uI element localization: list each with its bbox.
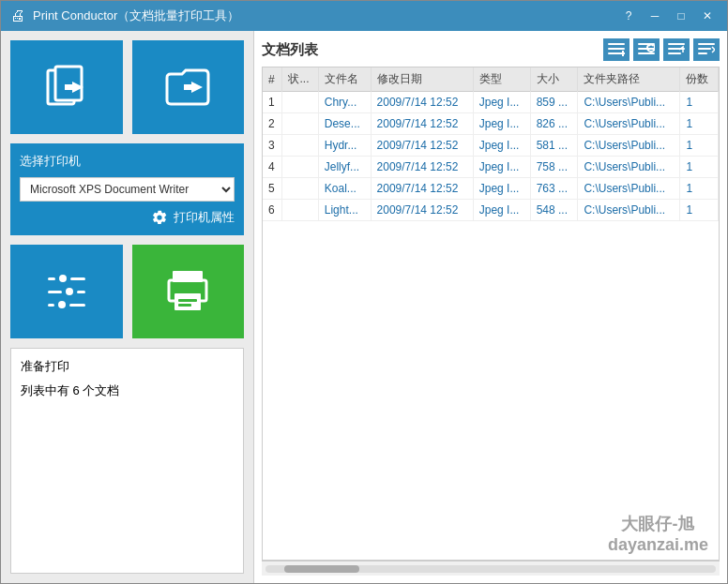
status-line1: 准备打印 [21,358,234,375]
bottom-button-row [10,245,244,338]
add-folder-icon [163,63,212,112]
svg-rect-10 [178,304,191,307]
table-cell: 1 [680,178,719,200]
add-folder-button[interactable] [132,40,245,134]
table-row[interactable]: 4Jellyf...2009/7/14 12:52Jpeg I...758 ..… [263,157,719,178]
table-cell: 1 [680,113,719,135]
top-button-row [10,40,244,134]
printer-select[interactable]: Microsoft XPS Document Writer [20,177,235,202]
table-cell: C:\Users\Publi... [578,92,680,113]
col-copies: 份数 [680,67,719,92]
svg-rect-19 [638,52,655,54]
scrollbar-track[interactable] [265,565,716,573]
content-area: 选择打印机 Microsoft XPS Document Writer 打印机属… [1,31,727,583]
scrollbar-thumb[interactable] [284,565,359,573]
add-files-button[interactable] [10,40,123,134]
list-action-btn-4[interactable] [693,38,720,61]
left-panel: 选择打印机 Microsoft XPS Document Writer 打印机属… [1,31,254,583]
printer-section-label: 选择打印机 [20,153,235,170]
list-sort-icon [698,43,715,56]
status-box: 准备打印 列表中有 6 个文档 [10,348,244,574]
add-files-icon [42,63,91,112]
svg-rect-21 [668,43,685,45]
printer-select-row: Microsoft XPS Document Writer [20,177,235,202]
app-icon: 🖨 [8,7,27,25]
table-cell: 2009/7/14 12:52 [371,135,473,157]
table-cell [282,92,318,113]
table-cell: 548 ... [530,200,578,221]
table-row[interactable]: 2Dese...2009/7/14 12:52Jpeg I...826 ...C… [263,113,719,135]
table-cell: 758 ... [530,157,578,178]
minimize-button[interactable]: ─ [643,5,667,27]
svg-rect-5 [184,84,195,90]
table-cell: Koal... [318,178,371,200]
horizontal-scrollbar[interactable] [262,561,720,576]
col-num: # [263,67,282,92]
doc-list-header: 文档列表 [262,38,720,61]
table-cell: 2009/7/14 12:52 [371,200,473,221]
svg-rect-18 [638,48,655,50]
list-arrows-icon [668,43,685,56]
table-row[interactable]: 1Chry...2009/7/14 12:52Jpeg I...859 ...C… [263,92,719,113]
table-cell: 6 [263,200,282,221]
table-cell: Jellyf... [318,157,371,178]
table-cell: Hydr... [318,135,371,157]
table-row[interactable]: 6Light...2009/7/14 12:52Jpeg I...548 ...… [263,200,719,221]
table-cell: 5 [263,178,282,200]
list-action-btn-3[interactable] [663,38,690,61]
table-cell: 1 [263,92,282,113]
doc-list-actions [603,38,720,61]
printer-section: 选择打印机 Microsoft XPS Document Writer 打印机属… [10,143,244,235]
help-button[interactable]: ? [616,5,641,27]
doc-list-title: 文档列表 [262,41,318,59]
list-action-btn-1[interactable] [603,38,629,61]
gear-icon [151,209,168,226]
status-line2: 列表中有 6 个文档 [21,382,234,399]
table-cell: 2009/7/14 12:52 [371,178,473,200]
main-window: 🖨 Print Conductor（文档批量打印工具） ? ─ □ ✕ [0,0,728,584]
svg-point-11 [197,284,202,289]
table-cell: 2009/7/14 12:52 [371,157,473,178]
table-cell: C:\Users\Publi... [578,178,680,200]
table-cell: Dese... [318,113,371,135]
title-bar: 🖨 Print Conductor（文档批量打印工具） ? ─ □ ✕ [1,1,727,31]
table-cell: 3 [263,135,282,157]
list-refresh-icon [638,43,655,56]
svg-rect-24 [698,43,715,45]
right-panel: 文档列表 [254,31,727,583]
close-button[interactable]: ✕ [695,5,720,27]
svg-rect-12 [608,43,625,45]
svg-rect-3 [65,84,76,90]
col-path: 文件夹路径 [578,67,680,92]
svg-rect-1 [55,67,82,100]
table-cell: 1 [680,200,719,221]
list-action-btn-2[interactable] [633,38,660,61]
printer-props-label: 打印机属性 [174,209,235,226]
table-row[interactable]: 3Hydr...2009/7/14 12:52Jpeg I...581 ...C… [263,135,719,157]
file-table: # 状... 文件名 修改日期 类型 大小 文件夹路径 份数 1Chry...2… [263,67,719,221]
maximize-button[interactable]: □ [669,5,693,27]
svg-rect-25 [698,48,711,50]
col-date: 修改日期 [371,67,473,92]
table-cell: Light... [318,200,371,221]
file-table-container[interactable]: # 状... 文件名 修改日期 类型 大小 文件夹路径 份数 1Chry...2… [262,67,720,561]
col-status: 状... [282,67,318,92]
table-cell: Jpeg I... [473,113,530,135]
print-icon [163,267,212,316]
svg-rect-14 [608,52,621,54]
table-cell: Jpeg I... [473,200,530,221]
svg-rect-23 [668,52,681,54]
table-cell: 581 ... [530,135,578,157]
col-type: 类型 [473,67,530,92]
title-bar-left: 🖨 Print Conductor（文档批量打印工具） [8,7,239,25]
table-cell [282,135,318,157]
printer-props-row[interactable]: 打印机属性 [20,209,235,226]
table-cell: 1 [680,157,719,178]
settings-button[interactable] [10,245,123,338]
table-row[interactable]: 5Koal...2009/7/14 12:52Jpeg I...763 ...C… [263,178,719,200]
table-cell: Jpeg I... [473,157,530,178]
print-button[interactable] [132,245,245,338]
table-cell: 4 [263,157,282,178]
svg-rect-26 [698,52,707,54]
table-cell: 763 ... [530,178,578,200]
